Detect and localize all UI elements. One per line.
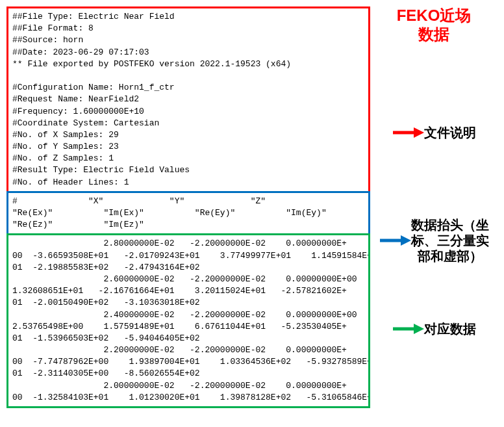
red-label-text: 文件说明 <box>424 125 476 140</box>
arrow-right-icon <box>392 125 424 140</box>
data-values-box: 2.80000000E-02 -2.20000000E-02 0.0000000… <box>6 233 370 408</box>
data-panels: ##File Type: Electric Near Field ##File … <box>6 6 370 408</box>
blue-label-text: 数据抬头（坐 标、三分量实 部和虚部） <box>411 217 489 264</box>
blue-arrow-label: 数据抬头（坐 标、三分量实 部和虚部） <box>379 217 489 264</box>
svg-marker-3 <box>401 235 411 246</box>
file-description-box: ##File Type: Electric Near Field ##File … <box>6 6 370 193</box>
green-label-text: 对应数据 <box>424 321 476 337</box>
red-arrow-label: 文件说明 <box>392 125 476 140</box>
main-title: FEKO近场 数据 <box>397 6 472 44</box>
svg-marker-5 <box>414 324 424 334</box>
green-arrow-label: 对应数据 <box>392 321 476 337</box>
arrow-right-icon <box>379 233 411 248</box>
arrow-right-icon <box>392 321 424 337</box>
legend-panel: FEKO近场 数据 文件说明 数据抬头（坐 标、三分量实 部和虚部） <box>370 6 498 339</box>
data-header-box: # "X" "Y" "Z" "Re(Ex)" "Im(Ex)" "Re(Ey)"… <box>6 191 370 236</box>
svg-marker-1 <box>414 127 424 138</box>
